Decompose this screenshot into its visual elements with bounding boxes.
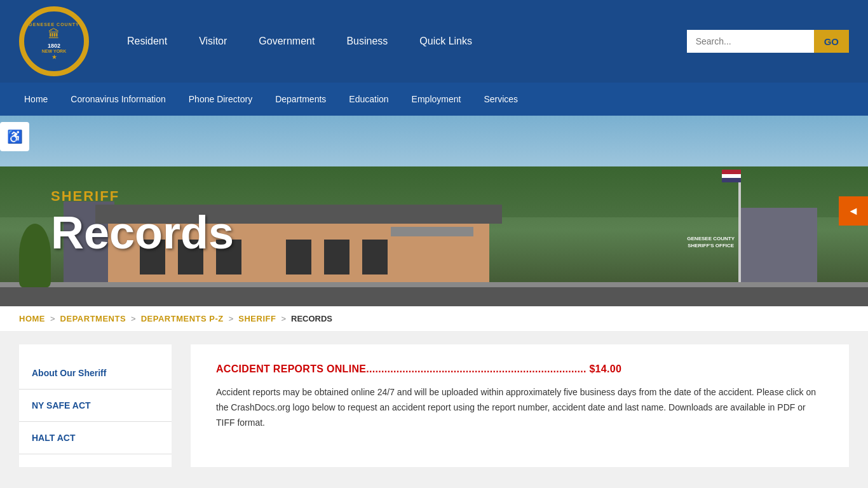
nav-business[interactable]: Business [346, 36, 388, 47]
sec-nav-phone-directory[interactable]: Phone Directory [177, 83, 264, 116]
secondary-navigation: Home Coronavirus Information Phone Direc… [0, 83, 868, 116]
hero-section: GENESEE COUNTYSHERIFF'S OFFICE ♿ SHERIFF… [0, 116, 868, 306]
sidebar-item-about-sheriff[interactable]: About Our Sheriff [19, 357, 172, 390]
hero-tree-left [19, 224, 51, 287]
sec-nav-home[interactable]: Home [13, 83, 59, 116]
hero-flagpole [738, 170, 741, 284]
sidebar-item-halt-act[interactable]: HALT ACT [19, 422, 172, 454]
logo-state-text: NEW YORK [42, 49, 66, 53]
nav-visitor[interactable]: Visitor [199, 36, 227, 47]
breadcrumb-sep-4: > [281, 314, 286, 323]
breadcrumb-bar: HOME > DEPARTMENTS > DEPARTMENTS P-Z > S… [0, 306, 868, 332]
share-icon: ◄ [848, 205, 859, 218]
breadcrumb-sheriff[interactable]: SHERIFF [238, 314, 276, 323]
breadcrumb-home[interactable]: HOME [19, 314, 45, 323]
top-navigation: Resident Visitor Government Business Qui… [127, 36, 687, 47]
hero-flag [722, 170, 741, 182]
search-button[interactable]: GO [814, 30, 849, 53]
breadcrumb-departments-pz[interactable]: DEPARTMENTS P-Z [141, 314, 224, 323]
breadcrumb-sep-1: > [50, 314, 55, 323]
sidebar: About Our Sheriff NY SAFE ACT HALT ACT [19, 344, 172, 467]
sec-nav-services[interactable]: Services [472, 83, 529, 116]
sec-nav-coronavirus[interactable]: Coronavirus Information [59, 83, 177, 116]
accident-reports-body: Accident reports may be obtained online … [216, 385, 824, 430]
accessibility-button[interactable]: ♿ [0, 122, 29, 151]
hero-sky [0, 116, 868, 166]
hero-subtitle: SHERIFF [51, 188, 234, 205]
content-area: ACCIDENT REPORTS ONLINE.................… [191, 344, 849, 467]
sidebar-link-halt-act[interactable]: HALT ACT [32, 433, 75, 443]
share-button[interactable]: ◄ [839, 196, 868, 226]
breadcrumb-sep-3: > [229, 314, 234, 323]
breadcrumb-current: RECORDS [291, 314, 332, 323]
hero-sidewalk [0, 282, 868, 287]
sidebar-link-ny-safe-act[interactable]: NY SAFE ACT [32, 400, 91, 410]
hero-road [0, 284, 868, 306]
logo-building-icon: 🏛 [48, 28, 60, 41]
sec-nav-education[interactable]: Education [337, 83, 400, 116]
search-area: GO [687, 30, 849, 53]
logo-year: 1802 [48, 43, 60, 49]
logo-county-text: GENESEE COUNTY [29, 22, 79, 27]
accident-reports-title: ACCIDENT REPORTS ONLINE.................… [216, 363, 824, 375]
nav-government[interactable]: Government [259, 36, 315, 47]
breadcrumb-departments[interactable]: DEPARTMENTS [60, 314, 126, 323]
sec-nav-departments[interactable]: Departments [264, 83, 337, 116]
county-logo: GENESEE COUNTY 🏛 1802 NEW YORK ★ [19, 6, 89, 76]
main-content: About Our Sheriff NY SAFE ACT HALT ACT A… [0, 332, 868, 488]
hero-title: Records [51, 210, 234, 255]
hero-text-overlay: SHERIFF Records [51, 188, 234, 255]
sec-nav-employment[interactable]: Employment [400, 83, 473, 116]
logo-star-icon: ★ [51, 53, 57, 60]
logo-area: GENESEE COUNTY 🏛 1802 NEW YORK ★ [19, 6, 89, 76]
top-header: GENESEE COUNTY 🏛 1802 NEW YORK ★ Residen… [0, 0, 868, 83]
search-input[interactable] [687, 30, 814, 53]
nav-resident[interactable]: Resident [127, 36, 167, 47]
nav-quick-links[interactable]: Quick Links [419, 36, 472, 47]
breadcrumb-sep-2: > [131, 314, 136, 323]
sidebar-link-about-sheriff[interactable]: About Our Sheriff [32, 368, 106, 378]
breadcrumb: HOME > DEPARTMENTS > DEPARTMENTS P-Z > S… [19, 314, 849, 323]
sidebar-item-ny-safe-act[interactable]: NY SAFE ACT [19, 390, 172, 422]
accessibility-icon: ♿ [7, 129, 23, 144]
